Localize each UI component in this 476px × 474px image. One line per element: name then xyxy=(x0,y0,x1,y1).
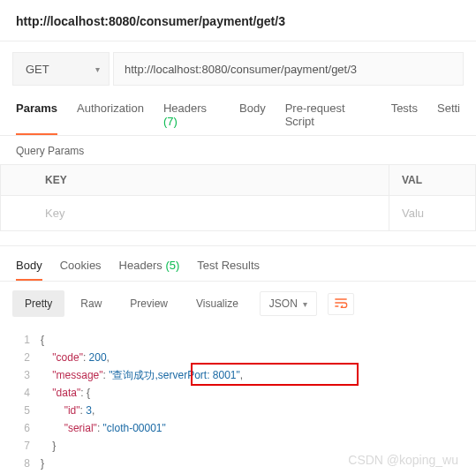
chevron-down-icon: ▾ xyxy=(303,299,307,309)
view-preview-button[interactable]: Preview xyxy=(117,290,180,317)
request-tabs: Params Authorization Headers (7) Body Pr… xyxy=(0,86,476,135)
json-value: "查询成功, xyxy=(109,369,158,381)
value-input[interactable]: Valu xyxy=(389,196,475,230)
request-title: http://localhost:8080/consumer/payment/g… xyxy=(0,0,476,41)
line-number: 5 xyxy=(16,402,41,419)
json-key: "id" xyxy=(64,404,80,417)
tab-prerequest[interactable]: Pre-request Script xyxy=(285,102,372,135)
tab-params[interactable]: Params xyxy=(16,102,57,135)
url-value: http://localhost:8080/consumer/payment/g… xyxy=(125,63,357,76)
resp-headers-label: Headers xyxy=(119,259,162,272)
line-number: 1 xyxy=(16,331,41,349)
resp-tab-test-results[interactable]: Test Results xyxy=(197,259,260,281)
tab-body[interactable]: Body xyxy=(239,102,266,135)
url-input[interactable]: http://localhost:8080/consumer/payment/g… xyxy=(113,52,464,86)
line-number: 2 xyxy=(16,349,41,366)
chevron-down-icon: ▾ xyxy=(95,64,100,74)
wrap-icon xyxy=(334,297,348,308)
line-number: 7 xyxy=(16,437,41,455)
response-tabs: Body Cookies Headers (5) Test Results xyxy=(0,246,476,281)
method-select[interactable]: GET ▾ xyxy=(12,52,110,86)
json-value-highlighted: serverPort: 8001" xyxy=(158,369,240,381)
brace: { xyxy=(41,334,44,346)
key-input[interactable]: Key xyxy=(1,196,389,230)
resp-tab-headers[interactable]: Headers (5) xyxy=(119,259,180,281)
json-key: "serial" xyxy=(64,422,97,434)
format-label: JSON xyxy=(269,297,298,310)
tab-headers-label: Headers xyxy=(163,102,207,115)
line-number: 4 xyxy=(16,384,41,402)
request-row: GET ▾ http://localhost:8080/consumer/pay… xyxy=(0,41,476,86)
json-value: 3 xyxy=(86,404,92,417)
tab-authorization[interactable]: Authorization xyxy=(77,102,144,135)
line-number: 8 xyxy=(16,455,41,472)
line-number: 6 xyxy=(16,419,41,437)
json-key: "message" xyxy=(52,369,102,381)
col-value-header: VAL xyxy=(389,165,475,195)
col-key-header: KEY xyxy=(1,165,389,195)
query-params-title: Query Params xyxy=(0,136,476,164)
table-row: Key Valu xyxy=(1,196,475,230)
method-label: GET xyxy=(26,63,49,76)
json-key: "code" xyxy=(52,351,83,364)
format-select[interactable]: JSON ▾ xyxy=(260,291,317,316)
tab-tests[interactable]: Tests xyxy=(391,102,418,135)
params-table: KEY VAL Key Valu xyxy=(0,164,476,231)
json-key: "data" xyxy=(52,387,80,399)
line-number: 3 xyxy=(16,366,41,384)
json-value: 200 xyxy=(89,351,107,364)
table-header-row: KEY VAL xyxy=(1,165,475,195)
resp-tab-body[interactable]: Body xyxy=(16,259,42,281)
resp-headers-count-badge: (5) xyxy=(165,259,179,272)
json-value: "cloth-00001" xyxy=(103,422,166,434)
view-raw-button[interactable]: Raw xyxy=(68,290,114,317)
watermark: CSDN @koping_wu xyxy=(348,453,458,467)
brace: } xyxy=(41,457,44,470)
view-visualize-button[interactable]: Visualize xyxy=(184,290,251,317)
response-body[interactable]: 1{ 2 "code": 200, 3 "message": "查询成功,ser… xyxy=(0,326,476,474)
resp-tab-cookies[interactable]: Cookies xyxy=(60,259,102,281)
view-mode-bar: Pretty Raw Preview Visualize JSON ▾ xyxy=(0,282,476,326)
headers-count-badge: (7) xyxy=(163,115,178,128)
tab-settings[interactable]: Setti xyxy=(437,102,460,135)
brace: } xyxy=(52,440,56,452)
wrap-lines-button[interactable] xyxy=(328,293,354,315)
tab-headers[interactable]: Headers (7) xyxy=(163,102,220,135)
view-pretty-button[interactable]: Pretty xyxy=(12,290,64,317)
